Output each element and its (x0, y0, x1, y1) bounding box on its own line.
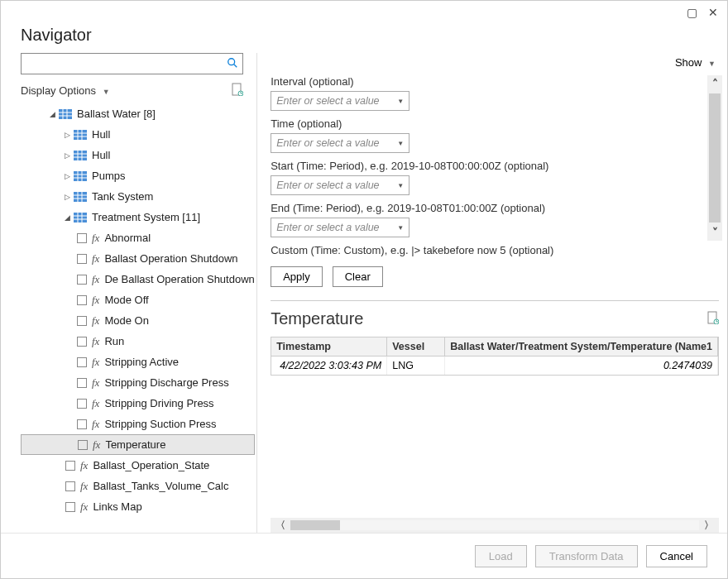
tree-fx-item[interactable]: fxStripping Active (21, 352, 255, 372)
checkbox[interactable] (77, 316, 87, 326)
scroll-left-icon[interactable]: 〈 (271, 519, 290, 533)
chevron-down-icon: ▼ (397, 224, 404, 232)
time-combo[interactable]: Enter or select a value▼ (271, 133, 410, 153)
checkbox[interactable] (77, 337, 87, 347)
tree-label: Abnormal (104, 232, 151, 244)
tree-fx-item[interactable]: fxMode Off (21, 290, 255, 310)
tree-fx-item[interactable]: fxDe Ballast Operation Shutdown (21, 269, 255, 290)
search-input[interactable] (22, 58, 223, 70)
collapse-icon[interactable]: ◢ (62, 213, 72, 222)
tree-label: Temperature (105, 438, 165, 451)
expand-icon[interactable]: ▷ (62, 193, 72, 201)
checkbox[interactable] (77, 419, 87, 429)
checkbox[interactable] (77, 275, 87, 285)
checkbox[interactable] (77, 378, 87, 388)
tree-label: Stripping Driving Press (104, 397, 213, 409)
tree-label: Ballast_Tanks_Volume_Calc (93, 480, 228, 492)
result-title: Temperature (271, 309, 363, 328)
result-grid[interactable]: Timestamp Vessel Ballast Water/Treatment… (271, 337, 719, 376)
show-label: Show (675, 56, 702, 69)
expand-icon[interactable]: ▷ (62, 172, 72, 180)
tree-label: Run (104, 335, 124, 347)
fx-icon: fx (93, 438, 100, 452)
scroll-down-icon[interactable]: ˅ (707, 224, 722, 241)
interval-combo[interactable]: Enter or select a value▼ (271, 91, 410, 111)
scroll-up-icon[interactable]: ˄ (707, 75, 722, 92)
window-maximize-icon[interactable]: ▢ (684, 5, 699, 20)
checkbox[interactable] (77, 399, 87, 409)
start-label: Start (Time: Period), e.g. 2019-10-08T00… (271, 160, 697, 172)
col-vessel[interactable]: Vessel (387, 337, 445, 356)
start-combo[interactable]: Enter or select a value▼ (271, 175, 410, 195)
show-dropdown[interactable]: Show ▼ (675, 56, 716, 69)
tree-count: [11] (182, 211, 200, 223)
expand-icon[interactable]: ▷ (62, 131, 72, 139)
horizontal-scrollbar[interactable]: 〈 〉 (271, 518, 719, 533)
clear-button[interactable]: Clear (333, 266, 383, 287)
tree-label: Pumps (92, 170, 125, 182)
nav-tree[interactable]: ◢ Ballast Water [8] ▷Hull▷Hull▷Pumps▷Tan… (21, 103, 255, 533)
vertical-scrollbar[interactable]: ˄ ˅ (707, 75, 722, 241)
checkbox[interactable] (65, 461, 75, 471)
tree-node[interactable]: ▷Hull (21, 124, 255, 145)
checkbox[interactable] (77, 357, 87, 367)
load-button: Load (475, 545, 527, 567)
col-timestamp[interactable]: Timestamp (271, 337, 387, 356)
search-icon[interactable] (223, 57, 242, 71)
table-icon (74, 129, 87, 141)
checkbox[interactable] (65, 502, 75, 512)
tree-node-treatment-system[interactable]: ◢ Treatment System [11] (21, 207, 255, 227)
tree-fx-item[interactable]: fxLinks Map (21, 496, 255, 517)
refresh-icon[interactable] (707, 311, 719, 328)
tree-fx-item[interactable]: fxStripping Discharge Press (21, 372, 255, 393)
end-combo[interactable]: Enter or select a value▼ (271, 218, 410, 237)
tree-label: Mode On (104, 314, 148, 327)
display-options-dropdown[interactable]: Display Options ▼ (21, 84, 110, 97)
fx-icon: fx (80, 480, 88, 493)
tree-fx-item[interactable]: fxStripping Suction Press (21, 414, 255, 434)
cell-value: 0.2474039 (445, 356, 718, 375)
svg-line-1 (234, 64, 237, 67)
tree-label: Stripping Discharge Press (104, 376, 228, 389)
checkbox[interactable] (77, 295, 87, 305)
tree-fx-item[interactable]: fxAbnormal (21, 227, 255, 248)
tree-fx-item[interactable]: fxRun (21, 331, 255, 352)
window-close-icon[interactable]: ✕ (706, 5, 721, 20)
collapse-icon[interactable]: ◢ (47, 110, 57, 118)
tree-fx-item[interactable]: fxBallast_Operation_State (21, 455, 255, 476)
apply-button[interactable]: Apply (271, 266, 323, 287)
fx-icon: fx (92, 273, 99, 286)
expand-icon[interactable]: ▷ (62, 151, 72, 160)
svg-point-0 (228, 58, 235, 65)
scroll-right-icon[interactable]: 〉 (699, 519, 719, 533)
grid-header: Timestamp Vessel Ballast Water/Treatment… (271, 337, 718, 356)
checkbox[interactable] (78, 440, 88, 450)
cancel-button[interactable]: Cancel (646, 545, 707, 567)
table-icon (74, 191, 87, 203)
tree-node[interactable]: ▷Hull (21, 145, 255, 165)
chevron-down-icon: ▼ (708, 60, 716, 68)
grid-row[interactable]: 4/22/2022 3:03:43 PM LNG 0.2474039 (271, 356, 718, 375)
table-icon (74, 170, 87, 182)
fx-icon: fx (92, 314, 99, 328)
tree-node[interactable]: ▷Pumps (21, 165, 255, 186)
checkbox[interactable] (65, 481, 75, 491)
display-options-label: Display Options (21, 84, 96, 97)
refresh-icon[interactable] (232, 83, 243, 98)
checkbox[interactable] (77, 233, 87, 243)
tree-node-ballast-water[interactable]: ◢ Ballast Water [8] (21, 103, 255, 124)
col-value[interactable]: Ballast Water/Treatment System/Temperatu… (445, 337, 718, 356)
checkbox[interactable] (77, 254, 87, 264)
tree-fx-item[interactable]: fxStripping Driving Press (21, 393, 255, 414)
page-title: Navigator (21, 26, 707, 45)
transform-data-button: Transform Data (535, 545, 638, 567)
chevron-down-icon: ▼ (103, 88, 110, 96)
tree-fx-item[interactable]: fxMode On (21, 310, 255, 331)
tree-label: Hull (92, 128, 110, 141)
svg-rect-19 (74, 171, 87, 181)
tree-fx-item[interactable]: fxTemperature (21, 434, 255, 455)
tree-fx-item[interactable]: fxBallast_Tanks_Volume_Calc (21, 476, 255, 496)
tree-node[interactable]: ▷Tank System (21, 186, 255, 207)
search-box[interactable] (21, 53, 243, 74)
tree-fx-item[interactable]: fxBallast Operation Shutdown (21, 248, 255, 269)
